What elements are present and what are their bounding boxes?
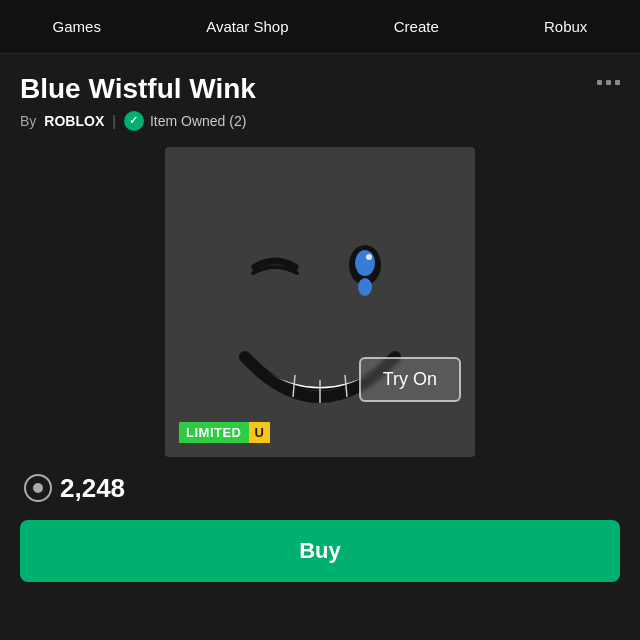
buy-button[interactable]: Buy	[20, 520, 620, 582]
nav-robux[interactable]: Robux	[536, 14, 595, 39]
title-row: Blue Wistful Wink	[20, 74, 620, 105]
owned-badge: Item Owned (2)	[124, 111, 246, 131]
more-dot-1	[597, 80, 602, 85]
bottom-section: Buy	[0, 520, 640, 602]
nav-create[interactable]: Create	[386, 14, 447, 39]
more-options-button[interactable]	[597, 80, 620, 85]
more-dot-3	[615, 80, 620, 85]
item-image-container: Try On LIMITED U	[165, 147, 475, 457]
try-on-button[interactable]: Try On	[359, 357, 461, 402]
main-content: Blue Wistful Wink By ROBLOX | Item Owned…	[0, 54, 640, 504]
limited-u-label: U	[249, 422, 270, 443]
svg-point-3	[358, 278, 372, 296]
creator-name[interactable]: ROBLOX	[44, 113, 104, 129]
by-label: By	[20, 113, 36, 129]
owned-text: Item Owned (2)	[150, 113, 246, 129]
nav-games[interactable]: Games	[45, 14, 109, 39]
price-value: 2,248	[60, 473, 125, 504]
check-icon	[124, 111, 144, 131]
pipe-divider: |	[112, 113, 116, 129]
item-title: Blue Wistful Wink	[20, 74, 256, 105]
more-dot-2	[606, 80, 611, 85]
robux-inner-circle	[33, 483, 43, 493]
item-face-image	[165, 147, 475, 457]
nav-avatar-shop[interactable]: Avatar Shop	[198, 14, 296, 39]
creator-row: By ROBLOX | Item Owned (2)	[20, 111, 620, 131]
svg-point-1	[355, 250, 375, 276]
nav-bar: Games Avatar Shop Create Robux	[0, 0, 640, 54]
limited-label: LIMITED	[179, 422, 249, 443]
svg-point-2	[366, 254, 372, 260]
robux-icon	[24, 474, 52, 502]
limited-badge: LIMITED U	[179, 422, 270, 443]
price-row: 2,248	[20, 473, 620, 504]
